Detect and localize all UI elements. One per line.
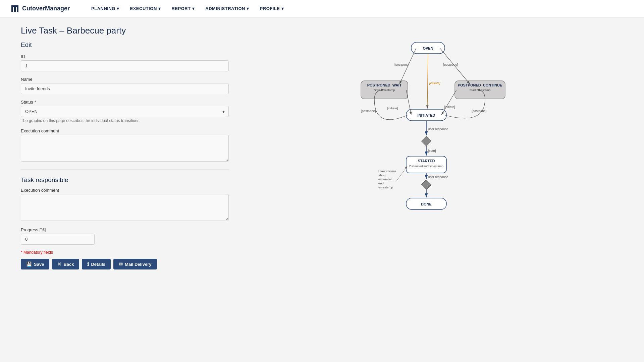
decision-diamond-2	[421, 180, 431, 190]
nav-report[interactable]: REPORT ▾	[166, 0, 200, 17]
save-button[interactable]: 💾 Save	[21, 259, 49, 269]
nav-execution[interactable]: EXECUTION ▾	[125, 0, 166, 17]
nav-planning[interactable]: PLANNING ▾	[86, 0, 125, 17]
page-title: Live Task – Barbecue party	[21, 25, 229, 36]
started-label: STARTED	[418, 159, 435, 163]
nav-administration[interactable]: ADMINISTRATION ▾	[200, 0, 254, 17]
status-select[interactable]: OPEN INITIATED STARTED DONE POSTPONED_WA…	[21, 106, 229, 117]
button-row: 💾 Save ✕ Back ℹ Details ✉ Mail Delivery	[21, 259, 229, 269]
mail-icon: ✉	[119, 261, 123, 267]
start-label: [start]	[428, 149, 436, 153]
progress-input-wrapper	[21, 234, 95, 245]
progress-label: Progress [%]	[21, 227, 229, 232]
svg-rect-3	[11, 5, 18, 7]
user-informs-label: User informs	[378, 169, 396, 173]
exec-comment-label: Execution comment	[21, 128, 229, 133]
mandatory-note: * Mandatory fields	[21, 250, 229, 255]
open-node-label: OPEN	[423, 46, 433, 50]
exec-comment2-label: Execution comment	[21, 188, 229, 193]
exec-comment2-group: Execution comment	[21, 188, 229, 222]
name-field[interactable]	[21, 83, 229, 94]
user-informs-label3: estimated	[378, 177, 392, 181]
decision-diamond-1	[421, 136, 431, 146]
back-button[interactable]: ✕ Back	[52, 259, 79, 269]
progress-group: Progress [%]	[21, 227, 229, 245]
name-label: Name	[21, 77, 229, 82]
done-label: DONE	[421, 202, 432, 206]
svg-line-16	[441, 90, 457, 115]
started-sub: Estimated end timestamp	[409, 165, 443, 168]
exec-comment-textarea[interactable]	[21, 135, 229, 162]
name-group: Name	[21, 77, 229, 94]
info-icon: ℹ	[87, 261, 89, 267]
postponed-wait-label: POSTPONED_WAIT	[367, 83, 402, 87]
status-group: Status * OPEN INITIATED STARTED DONE POS…	[21, 100, 229, 123]
postpone3-label: [postpone]	[361, 109, 376, 113]
user-informs-label5: timestamp	[378, 185, 393, 189]
brand-text: CutoverManager	[22, 5, 70, 12]
edit-section-title: Edit	[21, 41, 229, 49]
svg-line-21	[396, 166, 407, 181]
details-button[interactable]: ℹ Details	[82, 259, 111, 269]
svg-line-14	[427, 54, 428, 109]
nav-profile[interactable]: PROFILE ▾	[255, 0, 289, 17]
exec-comment-group: Execution comment	[21, 128, 229, 163]
initiate1-label: [initiate]	[429, 81, 440, 85]
postponed-wait-sub: Start timestamp	[374, 88, 395, 92]
status-hint: The graphic on this page describes the i…	[21, 118, 229, 123]
mail-delivery-button[interactable]: ✉ Mail Delivery	[113, 259, 157, 269]
save-icon: 💾	[26, 261, 32, 267]
initiate3-label: [initiate]	[444, 105, 455, 109]
brand-icon	[11, 4, 20, 13]
initiate2-label: [initiate]	[387, 106, 398, 110]
state-diagram: OPEN POSTPONED_WAIT Start timestamp POST…	[354, 32, 508, 250]
postpone4-label: [postpone]	[472, 109, 486, 113]
user-informs-label4: end	[378, 181, 384, 185]
main-container: Live Task – Barbecue party Edit ID Name …	[10, 17, 634, 278]
right-panel: OPEN POSTPONED_WAIT Start timestamp POST…	[239, 25, 623, 269]
progress-input[interactable]	[21, 234, 95, 245]
user-response1-label: user response	[428, 127, 448, 131]
exec-comment2-textarea[interactable]	[21, 194, 229, 221]
back-icon: ✕	[57, 261, 61, 267]
id-label: ID	[21, 54, 229, 59]
brand-logo[interactable]: CutoverManager	[11, 4, 70, 13]
postpone1-label: [postpone]	[394, 63, 409, 66]
id-group: ID	[21, 54, 229, 71]
postponed-continue-label: POSTPONED_CONTINUE	[458, 83, 502, 87]
status-label: Status *	[21, 100, 229, 105]
navbar: CutoverManager PLANNING ▾ EXECUTION ▾ RE…	[0, 0, 644, 17]
postpone2-label: [postpone]	[443, 63, 458, 66]
initiated-label: INITIATED	[418, 113, 435, 117]
nav-links: PLANNING ▾ EXECUTION ▾ REPORT ▾ ADMINIST…	[86, 0, 289, 17]
user-response2-label: user response	[428, 175, 448, 179]
id-field[interactable]	[21, 60, 229, 71]
status-select-wrapper: OPEN INITIATED STARTED DONE POSTPONED_WA…	[21, 106, 229, 117]
section-divider	[21, 169, 229, 170]
left-panel: Live Task – Barbecue party Edit ID Name …	[21, 25, 229, 269]
task-responsible-title: Task responsible	[21, 176, 229, 184]
user-informs-label2: about	[378, 173, 386, 177]
diagram-svg: OPEN POSTPONED_WAIT Start timestamp POST…	[354, 32, 508, 250]
